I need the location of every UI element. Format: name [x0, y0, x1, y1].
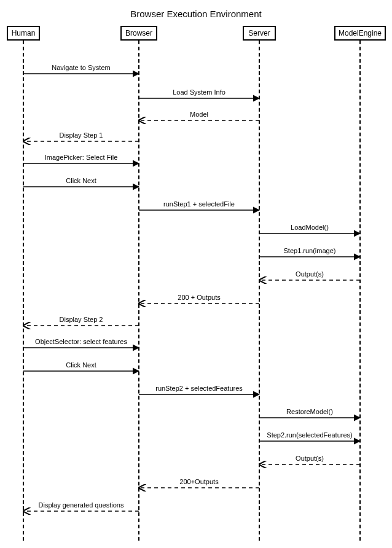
message-label: Output(s)	[296, 455, 324, 462]
message-label: Step2.run(selectedFeatures)	[267, 431, 352, 439]
message-label: Click Next	[66, 177, 96, 184]
message-label: LoadModel()	[291, 224, 329, 231]
message-label: Model	[190, 111, 208, 118]
message-label: runStep2 + selectedFeatures	[155, 385, 243, 392]
message-label: 200 + Outputs	[178, 294, 220, 301]
message-label: RestoreModel()	[286, 408, 333, 415]
message-label: Output(s)	[296, 270, 324, 278]
message-label: ObjectSelector: select features	[35, 338, 127, 345]
message-label: Display Step 2	[60, 316, 103, 323]
message-label: Display Step 1	[60, 131, 103, 139]
message-label: Step1.run(image)	[284, 247, 336, 254]
message-label: Click Next	[66, 361, 96, 369]
message-label: Navigate to System	[52, 64, 110, 71]
sequence-diagram: Browser Execution Environment Human Brow…	[0, 0, 392, 548]
message-label: Display generated questions	[39, 501, 124, 509]
message-label: ImagePicker: Select File	[45, 154, 118, 161]
message-label: 200+Outputs	[179, 478, 218, 485]
arrows-layer	[0, 0, 392, 548]
message-label: runStep1 + selectedFile	[163, 200, 235, 208]
message-label: Load System Info	[173, 88, 225, 96]
